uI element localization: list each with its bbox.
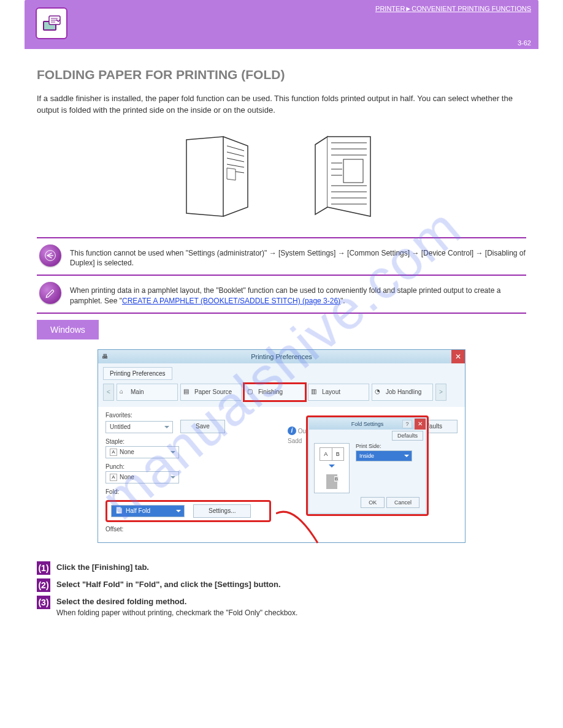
fold-icon: 📄: [115, 507, 124, 515]
finishing-icon: ▢: [247, 388, 256, 396]
cancel-button[interactable]: Cancel: [386, 497, 419, 508]
job-icon: ◔: [375, 388, 383, 396]
header-topic-link[interactable]: PRINTER►CONVENIENT PRINTING FUNCTIONS: [375, 5, 531, 12]
pencil-icon: [39, 282, 61, 304]
step-1: (1) Click the [Finishing] tab.: [37, 561, 526, 575]
tab-main-label: Main: [131, 389, 144, 395]
popup-defaults-button[interactable]: Defaults: [392, 431, 423, 441]
booklet-link[interactable]: CREATE A PAMPHLET (BOOKLET/SADDLE STITCH…: [122, 297, 340, 305]
content: FOLDING PAPER FOR PRINTING (FOLD) If a s…: [0, 49, 563, 658]
layout-icon: ▥: [311, 388, 320, 396]
punch-field: Punch: ANone: [105, 463, 234, 483]
tab-main[interactable]: ⌂Main: [117, 384, 178, 401]
printer-icon: 🖶: [102, 353, 108, 360]
folded-paper-printed-icon: [309, 134, 389, 221]
close-icon[interactable]: ✕: [415, 419, 426, 430]
step-number: (1): [37, 561, 50, 575]
print-side-select[interactable]: Inside: [356, 450, 412, 461]
ab-box: AB: [320, 447, 344, 461]
fold-preview: AB: [314, 443, 350, 493]
popup-titlebar: Fold Settings ? ✕: [309, 419, 426, 430]
window-title: Printing Preferences: [251, 353, 312, 360]
step-3-heading: Select the desired folding method.: [56, 597, 297, 606]
favorites-select[interactable]: Untitled: [105, 421, 173, 433]
page-header: PRINTER►CONVENIENT PRINTING FUNCTIONS 3-…: [25, 0, 538, 49]
step-2-heading: Select "Half Fold" in "Fold", and click …: [56, 580, 281, 589]
popup-title: Fold Settings: [351, 421, 384, 427]
step-number: (2): [37, 578, 50, 592]
paper-illustrations: [37, 134, 526, 221]
staple-label: Staple:: [105, 438, 234, 445]
driver-screenshot: 🖶 Printing Preferences ✕ Printing Prefer…: [98, 349, 465, 543]
punch-select[interactable]: ANone: [105, 471, 179, 483]
fold-settings-popup: Fold Settings ? ✕ Defaults AB Print Side…: [306, 415, 429, 516]
svg-line-8: [227, 158, 244, 162]
info-icon: i: [288, 427, 296, 435]
popup-body: Defaults AB Print Side: Inside OK Cancel: [309, 430, 426, 513]
ribbon-area: Printing Preferences < ⌂Main ▤Paper Sour…: [98, 363, 465, 407]
settings-button[interactable]: Settings...: [193, 504, 251, 518]
svg-rect-11: [227, 168, 236, 180]
b-cell: B: [332, 448, 344, 460]
punch-value: None: [120, 474, 134, 480]
arrow-down-icon: [329, 464, 335, 471]
tip-suffix: ".: [340, 297, 345, 305]
home-icon: ⌂: [120, 388, 128, 396]
svg-rect-19: [343, 159, 363, 183]
restriction-note: This function cannot be used when "Setti…: [37, 238, 526, 275]
header-chapter-text: CONVENIENT PRINTING FUNCTIONS: [412, 5, 531, 12]
folded-paper-blank-icon: [174, 134, 254, 221]
step-2: (2) Select "Half Fold" in "Fold", and cl…: [37, 578, 526, 592]
restriction-icon: [39, 245, 61, 267]
section-title: FOLDING PAPER FOR PRINTING (FOLD): [37, 67, 526, 82]
page-a-icon: A: [110, 474, 117, 481]
toolbar-next[interactable]: >: [435, 384, 446, 401]
printer-device-icon: [36, 7, 67, 39]
tab-paper-source-label: Paper Source: [194, 389, 232, 395]
tip-note: When printing data in a pamphlet layout,…: [37, 276, 526, 313]
tab-job-handling-label: Job Handling: [386, 389, 421, 395]
staple-select[interactable]: ANone: [105, 446, 179, 458]
svg-line-9: [227, 164, 244, 167]
popup-footer: OK Cancel: [314, 493, 421, 509]
help-icon[interactable]: ?: [402, 420, 412, 428]
steps: (1) Click the [Finishing] tab. (2) Selec…: [37, 561, 526, 617]
fold-value: Half Fold: [126, 507, 150, 514]
tab-paper-source[interactable]: ▤Paper Source: [180, 384, 242, 401]
staple-field: Staple: ANone: [105, 438, 234, 458]
folded-graphic: [326, 474, 337, 489]
step-3-subtext: When folding paper without printing, che…: [56, 609, 297, 617]
print-side-label: Print Side:: [356, 443, 421, 449]
popup-controls: Print Side: Inside: [356, 443, 421, 461]
intro-paragraph: If a saddle finisher is installed, the p…: [37, 93, 526, 116]
divider: [37, 313, 526, 314]
fold-row-highlight: 📄Half Fold Settings...: [105, 500, 271, 522]
staple-value: None: [120, 449, 134, 455]
page-number: 3-62: [518, 39, 531, 47]
page-a-icon: A: [110, 449, 117, 456]
step-1-heading: Click the [Finishing] tab.: [56, 563, 149, 572]
os-tab-windows: Windows: [37, 320, 99, 339]
fold-select[interactable]: 📄Half Fold: [111, 505, 185, 517]
tab-finishing[interactable]: ▢Finishing: [244, 384, 305, 401]
header-topic-text: PRINTER: [375, 5, 405, 12]
restriction-text: This function cannot be used when "Setti…: [70, 245, 526, 269]
save-button[interactable]: Save: [180, 420, 225, 433]
tab-layout[interactable]: ▥Layout: [308, 384, 369, 401]
step-number: (3): [37, 596, 50, 609]
step-3: (3) Select the desired folding method. W…: [37, 596, 526, 617]
toolbar-prev[interactable]: <: [103, 384, 114, 401]
tab-layout-label: Layout: [322, 389, 340, 395]
close-icon[interactable]: ✕: [451, 350, 465, 363]
tab-job-handling[interactable]: ◔Job Handling: [372, 384, 433, 401]
punch-label: Punch:: [105, 463, 234, 470]
toolbar: < ⌂Main ▤Paper Source ▢Finishing ▥Layout…: [103, 384, 460, 401]
ok-button[interactable]: OK: [361, 497, 385, 508]
saddle-partial-label: Sadd: [288, 438, 302, 444]
tab-printing-preferences[interactable]: Printing Preferences: [103, 367, 172, 380]
window-titlebar: 🖶 Printing Preferences ✕: [98, 350, 465, 363]
tray-icon: ▤: [183, 388, 192, 396]
a-cell: A: [320, 448, 332, 460]
tab-finishing-label: Finishing: [258, 389, 283, 395]
svg-line-7: [227, 152, 244, 156]
